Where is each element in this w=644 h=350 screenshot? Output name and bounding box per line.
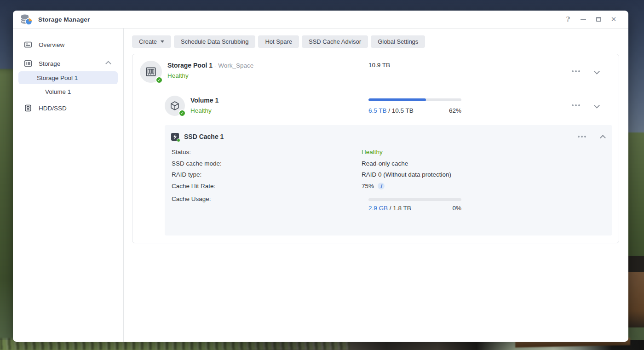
- sidebar-item-hdd-ssd[interactable]: HDD/SSD: [13, 101, 123, 115]
- ssd-hit-rate-value: 75% i: [362, 181, 385, 192]
- pool-size: 10.9 TB: [368, 61, 461, 69]
- sidebar-label-storage: Storage: [39, 60, 60, 67]
- titlebar[interactable]: Storage Manager ? ✕: [13, 11, 628, 29]
- ssd-cache-lightning-icon: [171, 133, 179, 141]
- volume-name: Volume 1: [190, 97, 218, 104]
- volume-collapse-chevron-down-icon[interactable]: [594, 103, 600, 109]
- ssd-status-value: Healthy: [362, 147, 383, 158]
- storage-pool-card: ✓ Storage Pool 1 - Work_Space Healthy 10…: [132, 54, 619, 243]
- pool-collapse-chevron-down-icon[interactable]: [594, 69, 600, 75]
- volume-status: Healthy: [190, 107, 218, 114]
- global-settings-button-label: Global Settings: [378, 38, 418, 45]
- storage-icon: [24, 59, 32, 68]
- main-content: Create Schedule Data Scrubbing Hot Spare…: [124, 29, 628, 342]
- sidebar-item-volume-1[interactable]: Volume 1: [18, 85, 118, 98]
- sidebar-label-volume-1: Volume 1: [45, 88, 71, 95]
- ssd-hit-rate-label: Cache Hit Rate:: [165, 181, 362, 192]
- sidebar-item-storage[interactable]: Storage: [13, 57, 123, 70]
- ssd-cache-more-options-icon[interactable]: [578, 136, 580, 138]
- global-settings-button[interactable]: Global Settings: [371, 35, 425, 48]
- ssd-raid-label: RAID type:: [165, 169, 362, 181]
- ssd-cache-usage-text: 2.9 GB / 1.8 TB 0%: [368, 203, 461, 214]
- pool-name: Storage Pool 1: [167, 62, 213, 69]
- wallpaper-wall: [626, 256, 644, 274]
- create-button[interactable]: Create: [132, 35, 171, 48]
- ssd-cache-used-link[interactable]: 2.9 GB: [368, 203, 388, 214]
- minimize-icon[interactable]: [580, 16, 587, 23]
- volume-avatar: ✓: [165, 96, 185, 116]
- chevron-up-icon[interactable]: [105, 61, 111, 67]
- volume-total: 10.5 TB: [392, 107, 414, 114]
- ssd-cache-panel: SSD Cache 1 Status: Healthy SSD cache mo…: [165, 125, 612, 235]
- volume-used-link[interactable]: 6.5 TB: [368, 107, 387, 114]
- ssd-cache-header[interactable]: SSD Cache 1: [165, 131, 612, 142]
- volume-percent: 62%: [449, 107, 461, 114]
- sidebar-label-hdd-ssd: HDD/SSD: [39, 105, 67, 112]
- ssd-cache-total: 1.8 TB: [393, 203, 411, 214]
- schedule-button-label: Schedule Data Scrubbing: [181, 38, 248, 45]
- maximize-icon[interactable]: [595, 16, 602, 23]
- volume-cube-icon: [169, 100, 180, 111]
- pool-status: Healthy: [167, 72, 253, 79]
- pool-title-line: Storage Pool 1 - Work_Space: [167, 62, 253, 69]
- ssd-cache-percent: 0%: [452, 203, 461, 214]
- hot-spare-button-label: Hot Spare: [265, 38, 292, 45]
- ssd-cache-advisor-button[interactable]: SSD Cache Advisor: [302, 35, 368, 48]
- hdd-ssd-icon: [24, 104, 32, 112]
- ssd-usage-label: Cache Usage:: [165, 194, 362, 205]
- nas-unit-icon: [145, 66, 157, 78]
- help-icon[interactable]: ?: [564, 16, 572, 23]
- wallpaper-foliage-right: [627, 132, 644, 261]
- pool-separator: -: [214, 62, 217, 69]
- ssd-cache-details: Status: Healthy SSD cache mode: Read-onl…: [165, 147, 612, 227]
- healthy-check-badge-icon: ✓: [178, 109, 186, 117]
- volume-more-options-icon[interactable]: [572, 104, 574, 106]
- storage-manager-window: Storage Manager ? ✕ Overview: [13, 11, 628, 342]
- volume-usage-text: 6.5 TB / 10.5 TB 62%: [368, 107, 461, 114]
- wallpaper-dirt-path: [627, 272, 644, 327]
- ssd-mode-label: SSD cache mode:: [165, 158, 362, 170]
- ssd-cache-status-dot-icon: [177, 138, 180, 142]
- ssd-mode-value: Read-only cache: [362, 158, 408, 170]
- create-button-label: Create: [139, 38, 157, 45]
- info-icon[interactable]: i: [378, 183, 385, 189]
- schedule-data-scrubbing-button[interactable]: Schedule Data Scrubbing: [174, 35, 255, 48]
- ssd-cache-advisor-button-label: SSD Cache Advisor: [309, 38, 361, 45]
- volume-row[interactable]: ✓ Volume 1 Healthy 6.5 TB / 10.5 TB 62%: [132, 89, 619, 125]
- healthy-check-badge-icon: ✓: [155, 76, 163, 84]
- storage-pool-row[interactable]: ✓ Storage Pool 1 - Work_Space Healthy 10…: [132, 54, 619, 89]
- ssd-hit-rate-percent: 75%: [362, 181, 374, 192]
- volume-usage-bar: [368, 98, 461, 101]
- ssd-status-label: Status:: [165, 147, 362, 158]
- sidebar-item-storage-pool-1[interactable]: Storage Pool 1: [18, 71, 118, 84]
- sidebar: Overview Storage Storage Pool 1 Volume 1: [13, 29, 124, 342]
- pool-more-options-icon[interactable]: [572, 70, 574, 72]
- ssd-cache-usage-bar: [368, 198, 461, 201]
- storage-manager-app-icon: [20, 14, 33, 25]
- close-icon[interactable]: ✕: [610, 16, 617, 23]
- storage-pool-avatar: ✓: [140, 61, 162, 83]
- dropdown-caret-icon: [161, 40, 164, 43]
- sidebar-item-overview[interactable]: Overview: [13, 38, 123, 52]
- pool-subtitle: Work_Space: [218, 62, 253, 69]
- hot-spare-button[interactable]: Hot Spare: [258, 35, 299, 48]
- toolbar: Create Schedule Data Scrubbing Hot Spare…: [132, 35, 619, 48]
- overview-icon: [24, 40, 32, 49]
- ssd-raid-value: RAID 0 (Without data protection): [362, 169, 451, 181]
- window-title: Storage Manager: [38, 16, 90, 23]
- sidebar-label-storage-pool-1: Storage Pool 1: [37, 75, 78, 81]
- sidebar-label-overview: Overview: [39, 41, 64, 48]
- ssd-cache-name: SSD Cache 1: [184, 133, 224, 140]
